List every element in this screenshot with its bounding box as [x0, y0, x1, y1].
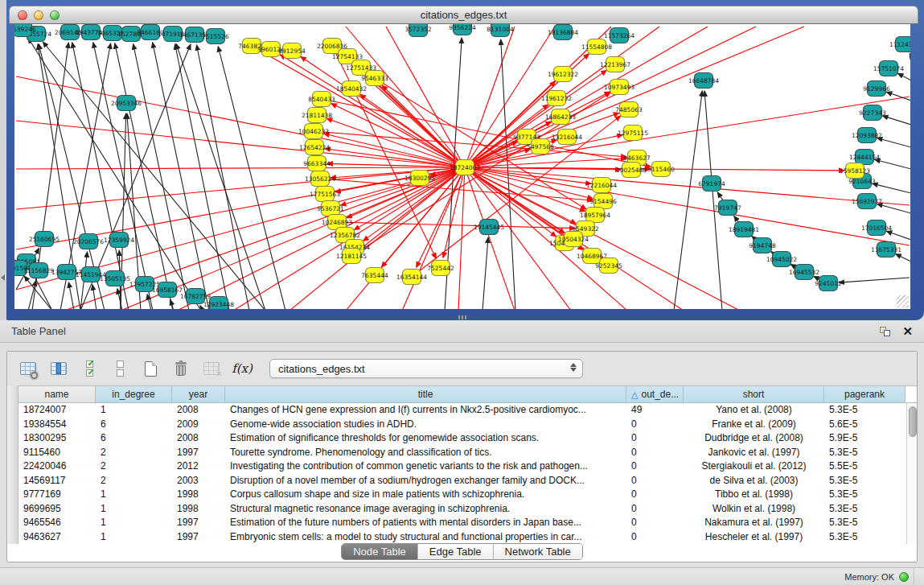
float-panel-icon[interactable]	[880, 327, 891, 336]
table-cell[interactable]: 5.6E-5	[824, 418, 906, 432]
table-cell[interactable]: 2	[96, 446, 172, 460]
table-cell[interactable]: Embryonic stem cells: a model to study s…	[225, 530, 626, 545]
delete-table-button[interactable]: ✕	[199, 356, 224, 381]
table-cell[interactable]: Stergiakouli et al. (2012)	[684, 459, 824, 474]
table-cell[interactable]: 9115460	[18, 446, 96, 460]
table-cell[interactable]: Hescheler et al. (1997)	[684, 530, 824, 545]
table-cell[interactable]: 19384554	[18, 418, 96, 432]
table-cell[interactable]: 1	[96, 516, 172, 530]
table-cell[interactable]: 2	[96, 474, 172, 488]
table-row[interactable]: 1830029562008Estimation of significance …	[18, 431, 918, 446]
table-cell[interactable]: 5.3E-5	[824, 446, 906, 460]
network-canvas[interactable]: 1435572420691406194377441065328715278028…	[14, 24, 910, 309]
canvas-resize-grip[interactable]	[897, 295, 909, 307]
table-cell[interactable]: 0	[626, 530, 684, 545]
table-cell[interactable]: 0	[626, 488, 684, 502]
table-cell[interactable]: Structural magnetic resonance image aver…	[225, 502, 626, 517]
column-header-in_degree[interactable]: in_degree	[96, 386, 172, 402]
column-header-short[interactable]: short	[684, 386, 824, 402]
table-cell[interactable]: 5.3E-5	[824, 403, 906, 418]
network-window-titlebar[interactable]: citations_edges.txt	[9, 6, 918, 24]
table-cell[interactable]: 6	[96, 418, 172, 432]
column-header-title[interactable]: title	[225, 386, 626, 402]
table-cell[interactable]: 1998	[172, 502, 225, 517]
table-cell[interactable]: Nakamura et al. (1997)	[684, 516, 824, 530]
table-cell[interactable]: 2	[96, 459, 172, 474]
table-cell[interactable]: 1998	[172, 488, 225, 502]
table-cell[interactable]: 0	[626, 418, 684, 432]
table-cell[interactable]: 2003	[172, 474, 225, 488]
table-cell[interactable]: 49	[626, 403, 684, 418]
table-cell[interactable]: 22420046	[18, 459, 96, 474]
table-cell[interactable]: 1	[96, 502, 172, 517]
delete-rows-button[interactable]	[168, 356, 194, 381]
tab-network-table[interactable]: Network Table	[493, 544, 582, 559]
table-cell[interactable]: 2009	[172, 418, 225, 432]
table-cell[interactable]: Investigating the contribution of common…	[225, 459, 626, 474]
table-row[interactable]: 969969511998Structural magnetic resonanc…	[18, 502, 918, 517]
table-cell[interactable]: 0	[626, 446, 684, 460]
tab-node-table[interactable]: Node Table	[342, 544, 417, 559]
table-cell[interactable]: Genome-wide association studies in ADHD.	[225, 418, 626, 432]
table-cell[interactable]: Estimation of the future numbers of pati…	[225, 516, 626, 530]
column-header-pagerank[interactable]: pagerank	[824, 386, 906, 402]
table-cell[interactable]: Franke et al. (2009)	[684, 418, 824, 432]
table-cell[interactable]: 0	[626, 431, 684, 446]
table-cell[interactable]: Disruption of a novel member of a sodium…	[225, 474, 626, 488]
table-cell[interactable]: 5.5E-5	[824, 459, 906, 474]
table-cell[interactable]: 9465546	[18, 516, 96, 530]
table-cell[interactable]: 5.3E-5	[824, 474, 906, 488]
table-cell[interactable]: 0	[626, 516, 684, 530]
table-cell[interactable]: 5.9E-5	[824, 431, 906, 446]
table-row[interactable]: 1872400712008Changes of HCN gene express…	[18, 403, 918, 418]
table-cell[interactable]: Corpus callosum shape and size in male p…	[225, 488, 626, 502]
table-cell[interactable]: 5.3E-5	[824, 502, 906, 517]
table-cell[interactable]: Yano et al. (2008)	[684, 403, 824, 418]
table-cell[interactable]: 1997	[172, 530, 225, 545]
table-cell[interactable]: 1	[96, 530, 172, 545]
table-cell[interactable]: 1	[96, 488, 172, 502]
table-row[interactable]: 2242004622012Investigating the contribut…	[18, 459, 918, 474]
table-row[interactable]: 946362711997Embryonic stem cells: a mode…	[18, 530, 918, 545]
vertical-scrollbar[interactable]	[906, 403, 918, 544]
table-cell[interactable]: Jankovic et al. (1997)	[684, 446, 824, 460]
column-header-name[interactable]: name	[18, 386, 96, 402]
table-cell[interactable]: 5.3E-5	[824, 530, 906, 545]
column-header-year[interactable]: year	[172, 386, 225, 402]
table-cell[interactable]: 2012	[172, 459, 225, 474]
tab-edge-table[interactable]: Edge Table	[417, 544, 493, 559]
table-cell[interactable]: Changes of HCN gene expression and I(f) …	[225, 403, 626, 418]
function-builder-button[interactable]: f(x)	[229, 356, 255, 381]
table-cell[interactable]: 9777169	[18, 488, 96, 502]
table-cell[interactable]: 0	[626, 502, 684, 517]
scrollbar-thumb[interactable]	[909, 406, 917, 437]
table-cell[interactable]: Tibbo et al. (1998)	[684, 488, 824, 502]
table-cell[interactable]: 18724007	[18, 403, 96, 418]
table-row[interactable]: 977716911998Corpus callosum shape and si…	[18, 488, 918, 502]
table-select-dropdown[interactable]: citations_edges.txt	[269, 359, 583, 378]
column-header-out_de[interactable]: △out_de...	[626, 386, 684, 402]
table-row[interactable]: 1456911722003Disruption of a novel membe…	[18, 474, 918, 488]
table-row[interactable]: 946554611997Estimation of the future num…	[18, 516, 918, 530]
table-cell[interactable]: 2008	[172, 403, 225, 418]
table-cell[interactable]: 0	[626, 459, 684, 474]
table-cell[interactable]: Tourette syndrome. Phenomenology and cla…	[225, 446, 626, 460]
show-columns-button[interactable]	[46, 356, 72, 381]
table-cell[interactable]: 9699695	[18, 502, 96, 517]
table-cell[interactable]: 9463627	[18, 530, 96, 545]
table-cell[interactable]: 1997	[172, 446, 225, 460]
table-settings-button[interactable]	[15, 356, 41, 381]
table-row[interactable]: 911546021997Tourette syndrome. Phenomeno…	[18, 446, 918, 460]
table-cell[interactable]: 1997	[172, 516, 225, 530]
table-row[interactable]: 1938455462009Genome-wide association stu…	[18, 418, 918, 432]
table-cell[interactable]: 1	[96, 403, 172, 418]
new-table-button[interactable]	[138, 356, 163, 381]
table-cell[interactable]: 5.3E-5	[824, 516, 906, 530]
table-cell[interactable]: de Silva et al. (2003)	[684, 474, 824, 488]
close-panel-icon[interactable]: ✕	[902, 325, 913, 337]
panel-collapse-handle[interactable]	[1, 274, 5, 281]
table-cell[interactable]: 0	[626, 474, 684, 488]
unselect-all-button[interactable]	[107, 356, 133, 381]
table-cell[interactable]: 5.3E-5	[824, 488, 906, 502]
table-cell[interactable]: 2008	[172, 431, 225, 446]
